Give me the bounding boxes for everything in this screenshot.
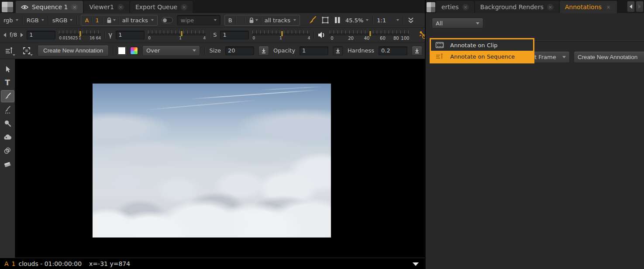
contrail: [145, 100, 258, 111]
color-wheel-icon[interactable]: [130, 47, 138, 55]
proxy-dropdown[interactable]: 1:1: [377, 17, 399, 24]
input-a-group: A 1 all tracks: [81, 15, 157, 26]
annotate-brush-button[interactable]: [307, 15, 317, 25]
close-icon[interactable]: ×: [71, 4, 78, 10]
contrail: [189, 90, 319, 100]
chevron-down-icon: [70, 19, 72, 21]
create-new-annotation-button[interactable]: Create New Annotation: [574, 51, 644, 63]
wipe-mode-dropdown[interactable]: wipe: [177, 15, 220, 25]
gate-overlay-button[interactable]: [321, 16, 330, 24]
saturation-label: S: [213, 31, 217, 38]
input-b-button[interactable]: B: [228, 17, 232, 24]
tab-export-queue[interactable]: Export Queue ×: [130, 1, 193, 13]
viewer-pane: Sequence 1 × Viewer1 × Export Queue × rg…: [0, 0, 425, 269]
lock-dropdown[interactable]: [248, 17, 258, 24]
size-default-button[interactable]: [258, 46, 269, 56]
scroll-tabs-left-button[interactable]: [627, 1, 635, 12]
create-annotation-button[interactable]: Create New Annotation: [38, 45, 109, 56]
tick-label: 4: [203, 36, 206, 40]
colorspace-dropdown[interactable]: sRGB: [52, 17, 73, 24]
lock-dropdown[interactable]: [106, 17, 116, 24]
tab-viewer1[interactable]: Viewer1 ×: [84, 1, 129, 13]
status-input: A: [4, 260, 9, 267]
blend-mode-dropdown[interactable]: Over: [142, 45, 200, 56]
tab-annotations[interactable]: Annotations ×: [560, 1, 617, 13]
filter-value: All: [436, 20, 443, 27]
tick-label: 64: [96, 36, 101, 40]
close-icon[interactable]: ×: [462, 4, 469, 10]
input-b-group: B all tracks: [224, 15, 300, 26]
close-icon[interactable]: ×: [547, 4, 554, 10]
lock-icon: [106, 17, 113, 24]
close-icon[interactable]: ×: [181, 4, 187, 10]
channel-dropdown[interactable]: rgb: [3, 17, 18, 24]
tab-scroll-arrows: [627, 0, 644, 12]
select-tool[interactable]: [1, 63, 14, 75]
collapse-toolbar-button[interactable]: [407, 17, 414, 24]
close-icon[interactable]: ×: [117, 4, 124, 10]
mute-button[interactable]: [317, 31, 326, 39]
fstop-label: f/8: [10, 31, 17, 38]
annotations-panel: All t Frame Create New Annotation: [426, 13, 644, 269]
annotation-filter-dropdown[interactable]: All: [432, 18, 483, 28]
zoom-level-dropdown[interactable]: 45.5%: [345, 17, 368, 24]
tick-label: 0.015625: [59, 36, 78, 40]
saturation-slider[interactable]: 0 1 4: [252, 28, 310, 42]
tracks-a-dropdown[interactable]: all tracks: [122, 17, 148, 24]
gain-slider[interactable]: 0.015625 1 16 64: [59, 28, 101, 42]
tick-label: 80: [393, 36, 399, 41]
brush-color-swatch[interactable]: [118, 47, 126, 55]
close-icon[interactable]: ×: [605, 4, 612, 10]
tab-background-renders[interactable]: Background Renders ×: [475, 1, 559, 13]
eraser-tool[interactable]: [1, 158, 14, 170]
version-a[interactable]: 1: [95, 17, 99, 24]
cloud-shape-tool[interactable]: [1, 131, 14, 143]
annotation-toolstrip: T: [0, 59, 15, 258]
brush-tool[interactable]: [1, 90, 14, 102]
wipe-toggle[interactable]: [162, 17, 173, 23]
clone-tool[interactable]: [1, 144, 14, 157]
viewer-canvas[interactable]: T: [0, 59, 425, 258]
text-tool[interactable]: T: [1, 77, 14, 89]
opacity-input[interactable]: [300, 46, 328, 55]
divider: [245, 17, 245, 24]
menu-item-annotate-on-clip[interactable]: Annotate on Clip: [431, 39, 533, 51]
cloud-icon: [3, 133, 12, 140]
fstop-increase-button[interactable]: [21, 33, 23, 37]
marker-tool[interactable]: [1, 104, 14, 116]
frame-range-value: t Frame: [534, 54, 556, 60]
opacity-default-button[interactable]: [333, 46, 343, 56]
chevron-down-icon: [366, 19, 368, 21]
right-tabbar: erties × Background Renders × Annotation…: [426, 0, 644, 13]
saturation-input[interactable]: [220, 31, 249, 39]
gamma-slider[interactable]: 0 1 4: [148, 28, 206, 42]
tab-properties[interactable]: erties ×: [436, 1, 474, 13]
status-coordinates: x=-31 y=874: [89, 260, 130, 267]
annotation-list-dropdown[interactable]: [3, 45, 16, 56]
scroll-tabs-right-button[interactable]: [636, 1, 644, 12]
display-dropdown[interactable]: RGB: [27, 17, 44, 24]
annotate-target-menu: Annotate on Clip Annotate on Sequence: [430, 38, 534, 63]
size-input[interactable]: [225, 46, 254, 55]
divider: [48, 16, 48, 24]
gamma-input[interactable]: [116, 31, 145, 39]
status-dropdown-caret[interactable]: [413, 262, 419, 266]
zoom-tool[interactable]: [1, 117, 14, 129]
hardness-default-button[interactable]: [412, 46, 422, 56]
tab-label: Annotations: [565, 3, 602, 10]
pause-button[interactable]: [334, 16, 341, 24]
hardness-input[interactable]: [379, 46, 407, 55]
brush-icon: [3, 92, 12, 101]
fstop-decrease-button[interactable]: [3, 33, 6, 37]
tab-sequence-1[interactable]: Sequence 1 ×: [16, 1, 83, 13]
tick-label: 0: [331, 36, 333, 41]
tick-label: 0: [148, 36, 151, 40]
gain-input[interactable]: [27, 31, 55, 39]
menu-item-annotate-on-sequence[interactable]: Annotate on Sequence: [431, 51, 533, 62]
divider: [403, 16, 403, 24]
tracks-b-dropdown[interactable]: all tracks: [265, 17, 290, 24]
input-a-button[interactable]: A: [85, 17, 89, 24]
frame-range-dropdown[interactable]: t Frame: [530, 51, 570, 63]
volume-slider[interactable]: 0 20 40 60 80 100: [330, 28, 409, 42]
capture-frame-dropdown[interactable]: [20, 45, 33, 56]
